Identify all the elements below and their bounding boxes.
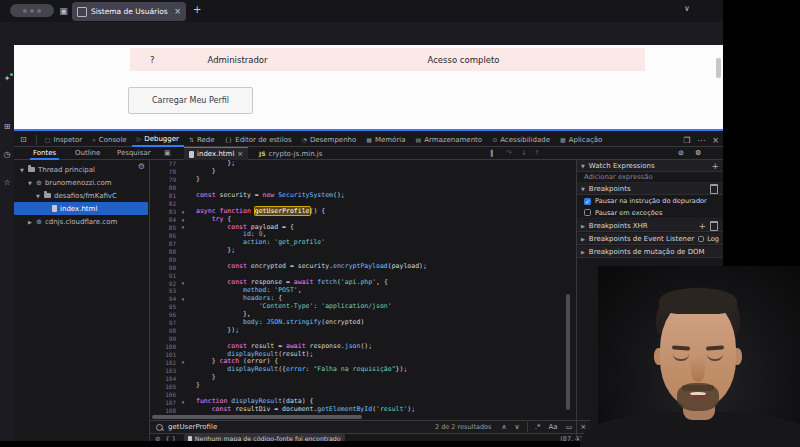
line-number[interactable]: 78 <box>150 168 176 175</box>
event-listener-breakpoints-header[interactable]: ▶ Breakpoints de Event Listener Log <box>577 233 723 245</box>
source-tab-index-html[interactable]: index.html × <box>184 147 248 160</box>
line-number[interactable]: 102 <box>150 359 176 366</box>
gutter-line-97[interactable]: 97 <box>150 319 200 327</box>
code-line-103[interactable]: displayResult({error: "Falha na requisiç… <box>196 366 576 374</box>
line-number[interactable]: 81 <box>150 192 176 199</box>
code-line-77[interactable]: }; <box>196 160 576 168</box>
more-options-icon[interactable]: ⋯ <box>697 136 705 145</box>
firefox-view-icon[interactable]: ▣ <box>57 5 70 18</box>
line-number[interactable]: 90 <box>150 264 176 271</box>
gutter-line-89[interactable]: 89 <box>150 255 200 263</box>
xhr-breakpoints-header[interactable]: ▶ Breakpoints XHR + <box>577 220 723 232</box>
tree-caret-icon[interactable]: ▼ <box>28 180 33 186</box>
line-number[interactable]: 108 <box>150 407 176 414</box>
pause-on-exceptions-row[interactable]: Pausar em exceções <box>577 207 723 219</box>
add-expression-row[interactable]: Adicionar expressão <box>577 172 723 183</box>
gutter-line-96[interactable]: 96 <box>150 311 200 319</box>
line-number[interactable]: 99 <box>150 335 176 342</box>
case-sensitive-toggle[interactable]: Aa <box>548 423 557 431</box>
gutter-line-101[interactable]: 101 <box>150 351 200 359</box>
collapse-panes-icon[interactable]: ▣ <box>164 147 171 160</box>
breakpoints-header[interactable]: ▼ Breakpoints <box>577 183 723 195</box>
gutter-line-93[interactable]: 93 <box>150 287 200 295</box>
history-clock-icon[interactable]: ◷ <box>2 150 12 160</box>
code-line-81[interactable]: const security = new SecuritySystem(); <box>196 192 576 200</box>
tab-close-icon[interactable]: × <box>174 7 181 16</box>
checkbox-checked[interactable]: ✓ <box>584 198 591 205</box>
list-all-tabs-icon[interactable]: ∨ <box>684 4 690 13</box>
whole-word-toggle[interactable]: ▭ <box>566 423 573 431</box>
line-number[interactable]: 86 <box>150 232 176 239</box>
line-number[interactable]: 88 <box>150 248 176 255</box>
line-number[interactable]: 103 <box>150 367 176 374</box>
line-number[interactable]: 84 <box>150 216 176 223</box>
regex-toggle[interactable]: .* <box>535 423 541 431</box>
line-number[interactable]: 94 <box>150 295 176 302</box>
search-input[interactable]: getUserProfile <box>168 423 435 431</box>
fold-arrow-icon[interactable]: ▾ <box>176 296 190 302</box>
log-checkbox[interactable] <box>698 236 704 242</box>
gutter-line-92[interactable]: 92▾ <box>150 279 200 287</box>
page-scrollbar[interactable] <box>716 58 721 78</box>
code-line-79[interactable]: } <box>196 176 576 184</box>
checkbox-unchecked[interactable] <box>584 209 591 216</box>
gutter-line-78[interactable]: 78 <box>150 168 200 176</box>
line-number[interactable]: 106 <box>150 391 176 398</box>
devtools-tab-memory[interactable]: ▦Memória <box>361 133 410 147</box>
line-number[interactable]: 101 <box>150 351 176 358</box>
line-number[interactable]: 96 <box>150 311 176 318</box>
debugger-settings-gear-icon[interactable]: ⚙ <box>695 147 701 160</box>
gutter-line-79[interactable]: 79 <box>150 176 200 184</box>
ai-chatbot-icon[interactable]: ✦ <box>2 74 12 84</box>
code-line-87[interactable]: action: 'get_profile' <box>196 239 576 247</box>
pause-debugger-statement-row[interactable]: ✓ Pausar na instrução do depurador <box>577 195 723 207</box>
devtools-tab-accessibility[interactable]: ⊙Acessibilidade <box>487 133 555 147</box>
tree-caret-icon[interactable]: ▼ <box>20 167 25 173</box>
bookmark-star-icon[interactable]: ☆ <box>2 178 12 188</box>
editor-vertical-scrollbar[interactable] <box>566 294 570 410</box>
line-number[interactable]: 107 <box>150 399 176 406</box>
code-line-105[interactable]: } <box>196 382 576 390</box>
line-number[interactable]: 100 <box>150 343 176 350</box>
gutter-line-83[interactable]: 83▾ <box>150 208 200 216</box>
dom-mutation-breakpoints-header[interactable]: ▶ Breakpoints de mutação de DOM <box>577 246 723 258</box>
line-number[interactable]: 85 <box>150 224 176 231</box>
line-number[interactable]: 92 <box>150 280 176 287</box>
disable-breakpoints-icon[interactable]: ⊘ <box>678 147 684 160</box>
devtools-tab-performance[interactable]: ◔Desempenho <box>297 133 362 147</box>
add-watch-icon[interactable]: + <box>711 161 719 171</box>
step-over-icon[interactable]: ↷ <box>506 147 512 160</box>
code-line-78[interactable]: } <box>196 168 576 176</box>
pause-icon[interactable]: ‖ <box>490 147 494 160</box>
line-number[interactable]: 87 <box>150 240 176 247</box>
gutter-line-108[interactable]: 108 <box>150 406 200 414</box>
line-number[interactable]: 89 <box>150 256 176 263</box>
search-prev-icon[interactable]: ∧ <box>501 423 506 431</box>
browser-tab[interactable]: Sistema de Usuários × <box>72 2 186 21</box>
source-tab-close-icon[interactable]: × <box>237 150 243 158</box>
tab-sources[interactable]: Fontes <box>30 147 59 160</box>
line-number[interactable]: 82 <box>150 200 176 207</box>
gutter-line-87[interactable]: 87 <box>150 239 200 247</box>
gutter-line-80[interactable]: 80 <box>150 184 200 192</box>
tree-caret-icon[interactable]: ▶ <box>28 219 33 225</box>
gutter-line-103[interactable]: 103 <box>150 366 200 374</box>
gutter-line-100[interactable]: 100 <box>150 343 200 351</box>
gutter-line-99[interactable]: 99 <box>150 335 200 343</box>
gutter-line-106[interactable]: 106 <box>150 390 200 398</box>
gutter-line-90[interactable]: 90 <box>150 263 200 271</box>
gutter-line-84[interactable]: 84▾ <box>150 216 200 224</box>
step-in-icon[interactable]: ↓ <box>521 147 527 160</box>
synced-tabs-icon[interactable]: ⊞ <box>2 122 12 132</box>
line-number[interactable]: 91 <box>150 272 176 279</box>
devtools-tab-application[interactable]: ▩Aplicação <box>555 133 607 147</box>
load-profile-button[interactable]: Carregar Meu Perfil <box>128 87 253 114</box>
line-number[interactable]: 97 <box>150 319 176 326</box>
trash-icon[interactable] <box>710 184 718 194</box>
line-number[interactable]: 105 <box>150 383 176 390</box>
window-controls[interactable] <box>10 4 54 17</box>
line-number[interactable]: 95 <box>150 303 176 310</box>
line-number[interactable]: 98 <box>150 327 176 334</box>
gutter-line-104[interactable]: 104 <box>150 374 200 382</box>
gutter-line-91[interactable]: 91 <box>150 271 200 279</box>
